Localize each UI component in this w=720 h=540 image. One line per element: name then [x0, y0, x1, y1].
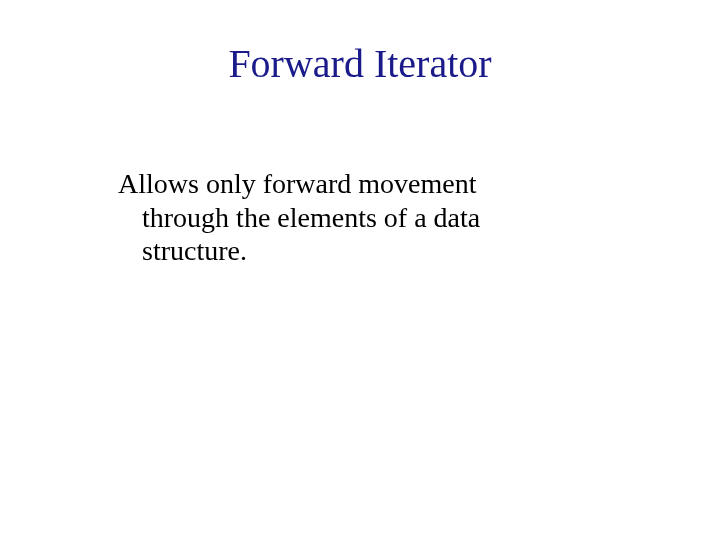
slide-title: Forward Iterator	[150, 40, 570, 87]
slide-body-text: Allows only forward movement through the…	[118, 167, 560, 268]
slide-container: Forward Iterator Allows only forward mov…	[0, 0, 720, 540]
